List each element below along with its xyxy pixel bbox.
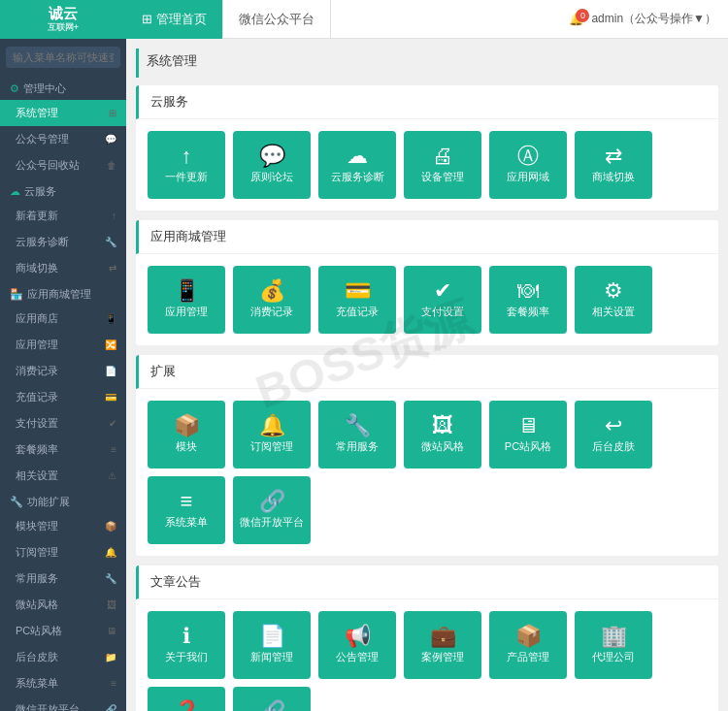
tile-extension-3[interactable]: 🖼微站风格	[404, 401, 481, 469]
tile-icon: ↑	[182, 145, 192, 167]
section-ext-title: 扩展	[136, 355, 718, 389]
sidebar-item-payment[interactable]: 支付设置 ✔	[0, 410, 126, 436]
nav-tabs: ⊞ 管理首页 微信公众平台	[126, 0, 557, 39]
tile-cloud-service-0[interactable]: ↑一件更新	[148, 131, 225, 199]
mgmt-section-icon: ⚙	[10, 82, 19, 95]
tile-article-5[interactable]: 🏢代理公司	[575, 611, 652, 679]
tile-label: 关于我们	[165, 651, 208, 663]
bell-button[interactable]: 🔔 0	[569, 13, 583, 26]
tile-cloud-service-2[interactable]: ☁云服务诊断	[318, 131, 396, 199]
nav-right: 🔔 0 admin（公众号操作▼）	[557, 11, 728, 27]
sidebar-item-domain-switch[interactable]: 商域切换 ⇄	[0, 255, 126, 281]
tile-icon: ❓	[174, 701, 200, 711]
tile-article-7[interactable]: 🔗友情链接	[233, 687, 311, 711]
tile-icon: ≡	[181, 491, 193, 512]
sidebar-section-appstore-title: 🏪 应用商城管理	[0, 281, 126, 306]
tile-icon: ℹ	[182, 626, 190, 647]
tile-article-6[interactable]: ❓问答系统	[148, 687, 225, 711]
tile-label: 代理公司	[592, 651, 635, 663]
tile-icon: 🏢	[601, 626, 627, 647]
tile-extension-2[interactable]: 🔧常用服务	[318, 401, 396, 469]
section-appstore-body: 📱应用管理💰消费记录💳充值记录✔支付设置🍽套餐频率⚙相关设置	[136, 254, 718, 345]
sidebar-item-app-store[interactable]: 应用商店 📱	[0, 306, 126, 332]
sidebar-item-module[interactable]: 模块管理 📦	[0, 513, 126, 539]
tile-cloud-service-1[interactable]: 💬原则论坛	[233, 131, 311, 199]
sidebar-item-subscription[interactable]: 订阅管理 🔔	[0, 539, 126, 566]
section-ext: 扩展 📦模块🔔订阅管理🔧常用服务🖼微站风格🖥PC站风格↩后台皮肤≡系统菜单🔗微信…	[136, 355, 718, 556]
cloud-diag-icon: 🔧	[105, 237, 116, 247]
tile-article-4[interactable]: 📦产品管理	[489, 611, 567, 679]
tile-app-store-4[interactable]: 🍽套餐频率	[489, 266, 567, 334]
tab-wechat-label: 微信公众平台	[239, 11, 314, 28]
tile-article-0[interactable]: ℹ关于我们	[148, 611, 225, 679]
tile-label: 微站风格	[421, 440, 464, 453]
sidebar-item-cloud-diag[interactable]: 云服务诊断 🔧	[0, 229, 126, 255]
tile-label: 支付设置	[421, 306, 464, 318]
update-icon: ↑	[112, 210, 116, 221]
sidebar-section-mgmt: ⚙ 管理中心 系统管理 ⊞ 公众号管理 💬 公众号回收站 🗑	[0, 76, 126, 178]
tile-icon: 🖥	[517, 415, 539, 436]
tile-extension-1[interactable]: 🔔订阅管理	[233, 401, 311, 469]
tile-label: 产品管理	[507, 651, 549, 663]
tile-icon: 🔗	[259, 491, 285, 512]
tile-extension-5[interactable]: ↩后台皮肤	[575, 401, 652, 469]
ext-tiles: 📦模块🔔订阅管理🔧常用服务🖼微站风格🖥PC站风格↩后台皮肤≡系统菜单🔗微信开放平…	[148, 401, 707, 544]
tile-label: 公告管理	[336, 651, 379, 663]
notification-badge: 0	[576, 9, 589, 22]
tile-extension-0[interactable]: 📦模块	[148, 401, 225, 469]
tab-home[interactable]: ⊞ 管理首页	[126, 0, 223, 39]
sidebar-section-ext-title: 🔧 功能扩展	[0, 489, 126, 513]
page-section-title: 系统管理	[136, 48, 718, 78]
sidebar-item-sys-menu[interactable]: 系统菜单 ≡	[0, 670, 126, 696]
tile-cloud-service-3[interactable]: 🖨设备管理	[404, 131, 481, 199]
tile-icon: 🔔	[259, 415, 285, 436]
tile-label: 订阅管理	[250, 440, 293, 453]
tile-cloud-service-5[interactable]: ⇄商域切换	[575, 131, 652, 199]
sidebar-item-sys-mgmt[interactable]: 系统管理 ⊞	[0, 100, 126, 126]
search-input[interactable]	[6, 47, 120, 68]
tile-label: 消费记录	[250, 306, 293, 318]
tile-label: 相关设置	[592, 306, 635, 318]
tab-wechat[interactable]: 微信公众平台	[223, 0, 331, 39]
tile-icon: 📦	[515, 626, 542, 647]
tile-label: PC站风格	[505, 440, 551, 453]
sidebar-item-package[interactable]: 套餐频率 ≡	[0, 436, 126, 463]
section-article: 文章公告 ℹ关于我们📄新闻管理📢公告管理💼案例管理📦产品管理🏢代理公司❓问答系统…	[136, 566, 718, 711]
tile-app-store-0[interactable]: 📱应用管理	[148, 266, 225, 334]
tile-extension-4[interactable]: 🖥PC站风格	[489, 401, 567, 469]
section-ext-body: 📦模块🔔订阅管理🔧常用服务🖼微站风格🖥PC站风格↩后台皮肤≡系统菜单🔗微信开放平…	[136, 389, 718, 556]
sidebar-item-recycle[interactable]: 公众号回收站 🗑	[0, 152, 126, 178]
sidebar-item-recharge[interactable]: 充值记录 💳	[0, 384, 126, 410]
logo-name: 诚云	[48, 5, 79, 22]
tile-app-store-1[interactable]: 💰消费记录	[233, 266, 311, 334]
sidebar-item-update[interactable]: 新着更新 ↑	[0, 203, 126, 229]
sidebar-item-common-svc[interactable]: 常用服务 🔧	[0, 566, 126, 592]
sidebar-item-consume[interactable]: 消费记录 📄	[0, 358, 126, 384]
tile-article-3[interactable]: 💼案例管理	[404, 611, 481, 679]
section-cloud-body: ↑一件更新💬原则论坛☁云服务诊断🖨设备管理Ⓐ应用网域⇄商域切换	[136, 119, 718, 210]
sidebar-item-mobile-style[interactable]: 微站风格 🖼	[0, 592, 126, 618]
tile-label: 原则论坛	[250, 171, 293, 183]
recycle-icon: 🗑	[107, 160, 116, 171]
ext-section-icon: 🔧	[10, 496, 23, 508]
sidebar-item-pc-style[interactable]: PC站风格 🖥	[0, 618, 126, 644]
sidebar-item-wechat-open[interactable]: 微信开放平台 🔗	[0, 696, 126, 711]
tile-extension-7[interactable]: 🔗微信开放平台	[233, 476, 311, 544]
sidebar-item-settings[interactable]: 相关设置 ⚠	[0, 463, 126, 489]
tile-article-1[interactable]: 📄新闻管理	[233, 611, 311, 679]
tile-app-store-3[interactable]: ✔支付设置	[404, 266, 481, 334]
sidebar-item-wechat-mgmt[interactable]: 公众号管理 💬	[0, 126, 126, 152]
tile-icon: ✔	[434, 280, 451, 302]
sidebar-item-app-mgmt[interactable]: 应用管理 🔀	[0, 332, 126, 358]
tile-app-store-2[interactable]: 💳充值记录	[318, 266, 396, 334]
tile-label: 应用网域	[507, 171, 549, 183]
tile-article-2[interactable]: 📢公告管理	[318, 611, 396, 679]
user-menu[interactable]: admin（公众号操作▼）	[591, 11, 716, 27]
sidebar-item-backend-skin[interactable]: 后台皮肤 📁	[0, 644, 126, 670]
tile-label: 商域切换	[592, 171, 635, 183]
sidebar: ⚙ 管理中心 系统管理 ⊞ 公众号管理 💬 公众号回收站 🗑 ☁ 云服务	[0, 39, 126, 711]
tile-label: 一件更新	[165, 171, 208, 183]
tile-app-store-5[interactable]: ⚙相关设置	[575, 266, 652, 334]
tile-extension-6[interactable]: ≡系统菜单	[148, 476, 225, 544]
tile-cloud-service-4[interactable]: Ⓐ应用网域	[489, 131, 567, 199]
